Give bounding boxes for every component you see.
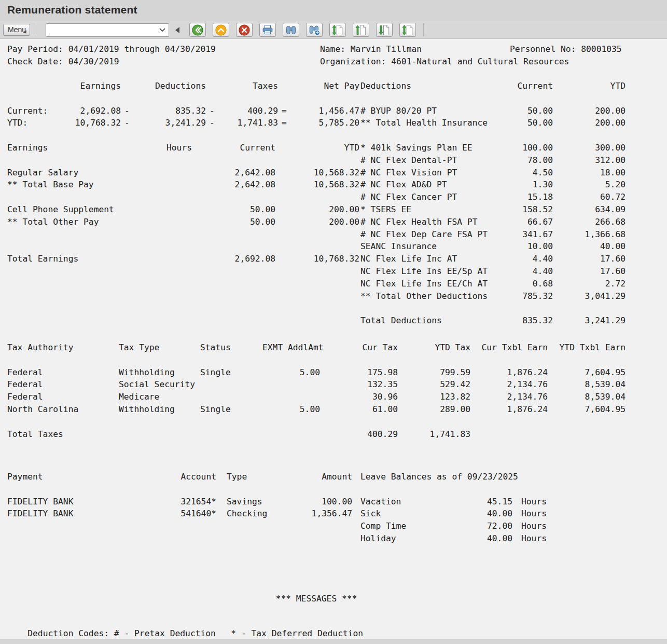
command-input[interactable] — [47, 24, 156, 36]
personnel-no-label: Personnel No: — [510, 44, 581, 54]
payment-account-header: Account — [129, 471, 216, 483]
earning-hours — [137, 154, 192, 167]
earning-label: Regular Salary — [7, 167, 137, 179]
name-value: Marvin Tillman — [351, 44, 422, 54]
payment-account — [129, 483, 216, 496]
earning-current — [192, 154, 275, 167]
earning-label — [7, 154, 137, 167]
earning-current — [192, 228, 275, 241]
tax-ytd — [398, 354, 470, 366]
leave-row: Holiday 40.00 Hours — [360, 532, 626, 545]
leave-hours: 45.15 — [472, 496, 512, 508]
leave-hours: 40.00 — [472, 508, 512, 520]
toolbar-end-separator — [423, 23, 424, 36]
deduction-current: 158.52 — [504, 203, 553, 216]
deduction-current: 10.00 — [504, 240, 553, 253]
title-bar: Remuneration statement — [0, 0, 667, 21]
spacer — [278, 80, 290, 92]
chevron-down-icon[interactable] — [159, 28, 165, 32]
exit-icon — [215, 24, 227, 36]
earning-current: 2,642.08 — [192, 167, 275, 179]
deductions-table: # BYUP 80/20 PT 50.00 200.00 ** Total He… — [360, 92, 626, 327]
deduction-label — [360, 129, 504, 142]
organization-label: Organization: — [320, 57, 391, 66]
previous-page-button[interactable] — [353, 23, 369, 37]
tax-authority: Federal — [7, 366, 119, 379]
tax-ytd-txbl: 8,539.04 — [548, 391, 626, 403]
tax-cur: 175.98 — [320, 366, 398, 379]
deduction-current: 4.50 — [504, 167, 553, 179]
deductions-column-header: Deductions — [133, 80, 206, 92]
equals-operator: = — [278, 105, 290, 117]
previous-page-icon — [355, 24, 367, 36]
payment-bank: FIDELITY BANK — [7, 496, 129, 508]
earning-label — [7, 240, 137, 253]
employee-block: Name:Marvin TillmanPersonnel No:80001035… — [320, 43, 631, 68]
deduction-label: NC Flex Life Ins EE/Sp AT — [360, 265, 504, 278]
earning-row — [7, 228, 360, 241]
tax-row: Federal Social Security 132.35 529.42 2,… — [7, 378, 630, 391]
cancel-button[interactable] — [236, 23, 253, 37]
deduction-current: 4.40 — [504, 265, 553, 278]
deduction-current: 341.67 — [504, 228, 553, 241]
tax-cur-txbl: 1,876.24 — [470, 366, 548, 379]
deduction-ytd: 17.60 — [553, 265, 626, 278]
print-button[interactable] — [259, 23, 276, 37]
leave-row: Sick 40.00 Hours — [360, 508, 626, 520]
equals-operator: = — [278, 117, 290, 129]
spacer — [512, 483, 521, 496]
deduction-row: # NC Flex Dep Care FSA PT 341.67 1,366.6… — [360, 228, 626, 241]
earning-hours — [137, 179, 192, 191]
tax-authority — [7, 354, 119, 366]
tax-row: Federal Medicare 30.96 123.82 2,134.76 8… — [7, 391, 630, 403]
payment-account: 321654* — [129, 496, 216, 508]
total-taxes-label: Total Taxes — [7, 428, 320, 441]
next-page-button[interactable] — [376, 23, 393, 37]
payment-type: Checking — [227, 508, 289, 520]
total-taxes-ytd: 1,741.83 — [398, 428, 470, 441]
collapse-toolbar-arrow-icon[interactable] — [175, 27, 179, 33]
first-page-button[interactable] — [329, 23, 346, 37]
name-label: Name: — [320, 44, 351, 54]
deduction-label: # BYUP 80/20 PT — [360, 105, 504, 117]
find-button[interactable] — [283, 23, 299, 37]
leave-type — [360, 483, 472, 496]
find-next-button[interactable] — [306, 23, 323, 37]
tax-cur — [320, 354, 398, 366]
tax-type: Social Security — [119, 378, 200, 391]
menu-button[interactable]: Menu — [3, 24, 30, 36]
command-field[interactable] — [46, 23, 169, 37]
payment-section: Payment Account Type Amount FIDELITY BAN… — [7, 471, 360, 520]
deduction-current: 15.18 — [504, 191, 553, 203]
leave-unit: Hours — [521, 520, 547, 532]
pay-period-value: 04/01/2019 through 04/30/2019 — [68, 44, 216, 54]
deduction-row: # NC Flex Cancer PT 15.18 60.72 — [360, 191, 626, 203]
deductions-section: Deductions Current YTD # BYUP 80/20 PT 5… — [360, 80, 626, 327]
pay-period-label: Pay Period: — [7, 44, 68, 54]
payment-amount-header: Amount — [289, 471, 352, 483]
tax-type: Medicare — [119, 391, 200, 403]
total-taxes-row: Total Taxes 400.29 1,741.83 — [7, 428, 630, 441]
earning-current: 2,692.08 — [192, 253, 275, 265]
minus-operator: - — [206, 117, 218, 129]
deduction-row: ** Total Other Deductions 785.32 3,041.2… — [360, 290, 626, 303]
tax-row: North Carolina Withholding Single 5.00 6… — [7, 403, 630, 416]
deduction-ytd — [553, 302, 626, 314]
back-button[interactable] — [189, 23, 206, 37]
tax-addl-amt: 5.00 — [262, 403, 320, 416]
earning-hours — [137, 253, 192, 265]
earning-ytd — [275, 154, 359, 167]
earning-hours — [137, 228, 192, 241]
leave-type: Sick — [360, 508, 472, 520]
last-page-button[interactable] — [399, 23, 416, 37]
deduction-current: 66.67 — [504, 216, 553, 228]
deduction-current: 78.00 — [504, 154, 553, 167]
payment-type — [227, 483, 289, 496]
exit-button[interactable] — [213, 23, 229, 37]
tax-row: Federal Withholding Single 5.00 175.98 7… — [7, 366, 630, 379]
deductions-current-header: Current — [504, 80, 553, 92]
deduction-label: NC Flex Life Inc AT — [360, 253, 504, 265]
deduction-ytd: 200.00 — [553, 117, 626, 129]
tax-cur: 61.00 — [320, 403, 398, 416]
earning-hours — [137, 167, 192, 179]
